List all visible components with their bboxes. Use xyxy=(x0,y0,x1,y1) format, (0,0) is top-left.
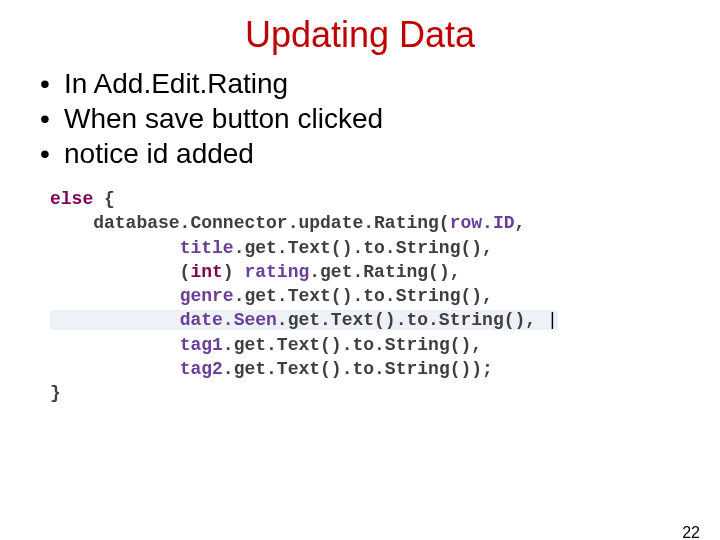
highlighted-line: date.Seen.get.Text().to.String(), | xyxy=(50,310,558,330)
bullet-item: When save button clicked xyxy=(40,101,720,136)
slide: Updating Data In Add.Edit.Rating When sa… xyxy=(0,14,720,540)
code-text: .get.Text().to.String(), xyxy=(234,238,493,258)
code-snippet: else { database.Connector.update.Rating(… xyxy=(50,187,690,406)
bullet-item: notice id added xyxy=(40,136,720,171)
code-text: .get.Text().to.String(), xyxy=(223,335,482,355)
bullet-list: In Add.Edit.Rating When save button clic… xyxy=(40,66,720,171)
code-var: genre xyxy=(180,286,234,306)
code-text: } xyxy=(50,383,61,403)
code-text xyxy=(50,335,180,355)
slide-title: Updating Data xyxy=(0,14,720,56)
code-var: row.ID xyxy=(450,213,515,233)
code-text: ( xyxy=(50,262,190,282)
code-var: tag1 xyxy=(180,335,223,355)
code-var: title xyxy=(180,238,234,258)
code-var: tag2 xyxy=(180,359,223,379)
code-var: date.Seen xyxy=(180,310,277,330)
code-text: ) xyxy=(223,262,245,282)
code-text xyxy=(50,310,180,330)
code-text: .get.Text().to.String(), xyxy=(234,286,493,306)
code-text: { xyxy=(93,189,115,209)
code-var: rating xyxy=(244,262,309,282)
code-keyword-int: int xyxy=(190,262,222,282)
text-cursor: | xyxy=(547,310,558,330)
code-text: database.Connector.update.Rating( xyxy=(50,213,450,233)
code-text: .get.Text().to.String(), xyxy=(277,310,547,330)
code-text: .get.Text().to.String()); xyxy=(223,359,493,379)
code-text xyxy=(50,359,180,379)
code-text xyxy=(50,238,180,258)
code-text xyxy=(50,286,180,306)
bullet-item: In Add.Edit.Rating xyxy=(40,66,720,101)
page-number: 22 xyxy=(682,524,700,540)
code-keyword-else: else xyxy=(50,189,93,209)
code-text: .get.Rating(), xyxy=(309,262,460,282)
code-text: , xyxy=(514,213,525,233)
